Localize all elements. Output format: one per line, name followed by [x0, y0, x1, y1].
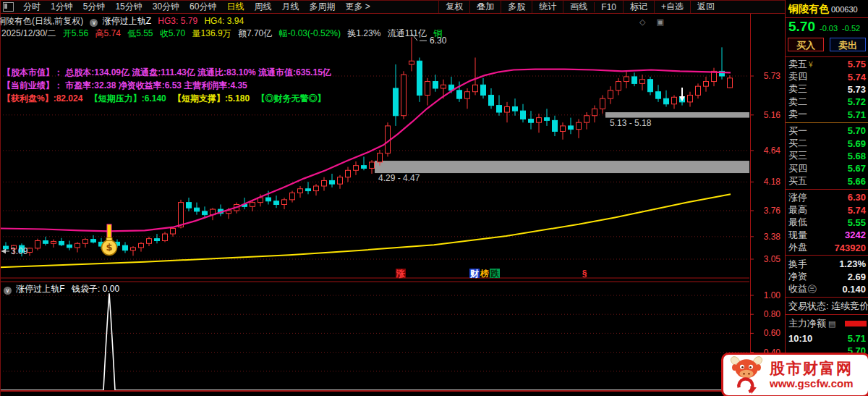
- ask-row-2[interactable]: 卖三5.73: [788, 83, 866, 96]
- stat-rows: 涨停6.30最高5.74最低5.55现量3242外盘743920: [788, 191, 866, 254]
- ask-row-4[interactable]: 卖一5.71: [788, 109, 866, 121]
- main-force-label: 主力净额: [788, 317, 826, 330]
- list-icon: ▤: [828, 319, 835, 329]
- svg-text:跌: 跌: [490, 269, 500, 279]
- buy-button[interactable]: 买入: [788, 38, 824, 51]
- bid-row-1[interactable]: 买二5.69: [788, 137, 866, 149]
- bid-book: 买一5.70买二5.69买三5.68买四5.67买五5.66: [788, 125, 866, 188]
- svg-text:涨: 涨: [396, 269, 406, 279]
- svg-text:财: 财: [469, 269, 479, 279]
- svg-text:0.60: 0.60: [764, 328, 781, 338]
- quote-price-row: 5.70 -0.03 -0.52: [788, 19, 860, 35]
- svg-text:5.13 - 5.18: 5.13 - 5.18: [610, 118, 652, 128]
- fin-rows: 换手1.23%净资2.69收益㊂0.140: [788, 258, 866, 295]
- stat-row-3[interactable]: 现量3242: [788, 229, 866, 241]
- svg-text:5.73: 5.73: [764, 71, 781, 81]
- svg-text:5.16: 5.16: [764, 110, 781, 120]
- fin-row-0[interactable]: 换手1.23%: [788, 258, 866, 270]
- trade-buttons: 买入 卖出: [788, 38, 866, 51]
- price-change-pct: -0.52: [842, 24, 860, 33]
- svg-text:$: $: [106, 242, 112, 253]
- main-force-bar: [845, 321, 867, 327]
- main-force-row[interactable]: 主力净额 ▤: [788, 317, 867, 330]
- stat-row-1[interactable]: 最高5.74: [788, 203, 866, 216]
- bid-row-4[interactable]: 买五5.66: [788, 175, 866, 188]
- svg-text:3.09: 3.09: [11, 246, 28, 256]
- svg-text:4.18: 4.18: [764, 177, 781, 187]
- svg-text:0.80: 0.80: [764, 309, 781, 319]
- ask-book: 卖五¥5.75卖四5.74卖三5.73卖二5.72卖一5.71: [788, 58, 866, 121]
- svg-text:4.29 - 4.47: 4.29 - 4.47: [378, 173, 420, 183]
- svg-text:3.76: 3.76: [764, 206, 781, 216]
- bull-icon: [728, 355, 765, 395]
- app-window: 分时1分钟5分钟15分钟30分钟60分钟日线周线月线多周期更多 > 复权叠加多股…: [0, 0, 868, 396]
- chart-corner-icons[interactable]: ◇ ▣: [639, 17, 668, 27]
- bid-row-3[interactable]: 买四5.67: [788, 162, 866, 174]
- fin-row-1[interactable]: 净资2.69: [788, 270, 866, 282]
- watermark-url: www.gscfw.com: [770, 377, 854, 390]
- quote-title: 铜陵有色000630: [788, 2, 858, 16]
- site-watermark: 股市财富网 www.gscfw.com: [721, 353, 868, 396]
- bid-row-2[interactable]: 买三5.68: [788, 150, 866, 162]
- tick-price1: 5.71: [848, 333, 866, 344]
- quote-panel: 铜陵有色000630 5.70 -0.03 -0.52 买入 卖出 卖五¥5.7…: [785, 0, 868, 396]
- candlestick-chart[interactable]: 5.735.164.644.183.763.383.054.29 - 4.475…: [0, 0, 785, 396]
- tick-time: 10:10: [788, 333, 812, 344]
- tick-row-1: 10:10 5.71: [788, 333, 866, 344]
- quote-stock-code: 000630: [831, 5, 858, 14]
- svg-text:3.05: 3.05: [764, 254, 781, 264]
- sell-button[interactable]: 卖出: [830, 38, 866, 51]
- collapse-icon-sub[interactable]: ∨: [4, 287, 12, 295]
- last-price: 5.70: [788, 19, 815, 35]
- trade-status: 交易状态: 连续竞价: [788, 300, 868, 313]
- watermark-title: 股市财富网: [770, 360, 854, 377]
- bid-row-0[interactable]: 买一5.70: [788, 125, 866, 137]
- left-border: [0, 0, 1, 396]
- stat-row-4[interactable]: 外盘743920: [788, 242, 866, 254]
- svg-text:6.30: 6.30: [430, 35, 447, 46]
- stat-row-2[interactable]: 最低5.55: [788, 216, 866, 229]
- svg-text:1.00: 1.00: [764, 290, 781, 300]
- ask-row-3[interactable]: 卖二5.72: [788, 96, 866, 108]
- svg-text:榜: 榜: [480, 269, 489, 279]
- stat-row-0[interactable]: 涨停6.30: [788, 191, 866, 203]
- ask-row-0[interactable]: 卖五¥5.75: [788, 58, 866, 70]
- svg-text:4.64: 4.64: [764, 146, 781, 156]
- quote-stock-name: 铜陵有色: [788, 3, 829, 14]
- svg-text:§: §: [582, 269, 587, 279]
- fin-row-2[interactable]: 收益㊂0.140: [788, 283, 866, 295]
- svg-text:3.38: 3.38: [764, 232, 781, 242]
- ask-row-1[interactable]: 卖四5.74: [788, 70, 866, 83]
- price-change: -0.03: [820, 24, 838, 33]
